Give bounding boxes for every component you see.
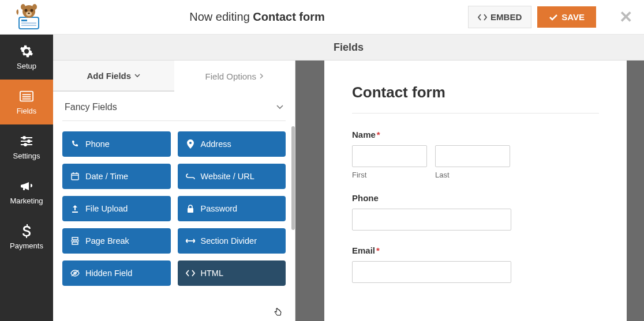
- field-hidden[interactable]: Hidden Field: [62, 260, 171, 286]
- field-address[interactable]: Address: [178, 131, 286, 157]
- sidebar-item-payments[interactable]: Payments: [0, 214, 53, 259]
- page-title: Now editing Contact form: [46, 10, 468, 24]
- app-logo: [12, 1, 46, 33]
- field-fileupload[interactable]: File Upload: [62, 196, 171, 221]
- sidebar-item-label: Settings: [13, 152, 40, 160]
- panel-body: Fancy Fields Phone Address: [53, 92, 295, 321]
- embed-label: EMBED: [491, 12, 522, 22]
- pagebreak-icon: [70, 236, 80, 246]
- svg-point-16: [23, 137, 25, 139]
- name-sublabels: First Last: [352, 171, 599, 179]
- svg-rect-2: [21, 22, 36, 24]
- svg-point-5: [25, 9, 28, 12]
- panel-tabs: Add Fields Field Options: [53, 61, 295, 92]
- tab-field-options[interactable]: Field Options: [174, 61, 295, 92]
- dollar-icon: [20, 224, 33, 238]
- chevron-right-icon: [260, 73, 264, 79]
- sidebar: Setup Fields Settings Marketing Payments: [0, 35, 53, 321]
- sidebar-item-marketing[interactable]: Marketing: [0, 169, 53, 214]
- first-sublabel: First: [352, 171, 427, 179]
- field-label: Hidden Field: [85, 269, 132, 278]
- editing-prefix: Now editing: [189, 10, 253, 23]
- svg-rect-25: [188, 208, 193, 213]
- svg-point-20: [24, 143, 27, 146]
- link-icon: [186, 172, 195, 181]
- phone-icon: [70, 139, 80, 149]
- cursor-icon: [274, 308, 283, 318]
- svg-rect-1: [21, 20, 27, 21]
- list-icon: [20, 89, 33, 103]
- sidebar-item-settings[interactable]: Settings: [0, 124, 53, 169]
- svg-point-8: [28, 12, 30, 14]
- field-datetime[interactable]: Date / Time: [62, 164, 171, 189]
- sidebar-item-label: Setup: [17, 62, 36, 70]
- save-button[interactable]: SAVE: [537, 6, 596, 28]
- sidebar-item-setup[interactable]: Setup: [0, 35, 53, 80]
- svg-point-18: [28, 140, 30, 142]
- form-title: Contact form: [352, 84, 599, 101]
- sidebar-item-label: Fields: [17, 107, 37, 115]
- email-label: Email*: [352, 246, 599, 255]
- scrollbar-thumb[interactable]: [291, 126, 295, 230]
- close-icon[interactable]: ✕: [619, 7, 632, 27]
- gear-icon: [20, 44, 33, 58]
- field-sectiondivider[interactable]: Section Divider: [178, 228, 286, 254]
- field-grid: Phone Address Date / Time Website /: [62, 131, 286, 286]
- required-marker: *: [377, 130, 380, 139]
- svg-point-9: [21, 4, 25, 10]
- last-sublabel: Last: [435, 171, 510, 179]
- field-password[interactable]: Password: [178, 196, 286, 221]
- sidebar-item-label: Payments: [10, 241, 43, 250]
- svg-rect-27: [72, 242, 78, 244]
- group-title: Fancy Fields: [65, 102, 117, 112]
- code-icon: [478, 13, 487, 21]
- section-header: Fields: [53, 35, 644, 61]
- tab-add-fields[interactable]: Add Fields: [53, 61, 174, 92]
- tab-label: Add Fields: [87, 71, 131, 81]
- eye-slash-icon: [70, 269, 80, 278]
- divider: [352, 113, 599, 114]
- calendar-icon: [70, 172, 80, 181]
- divider-icon: [186, 236, 195, 246]
- svg-rect-21: [72, 173, 78, 180]
- code-icon: [186, 269, 195, 278]
- field-html[interactable]: HTML: [178, 260, 286, 286]
- topbar: Now editing Contact form EMBED SAVE ✕: [0, 0, 644, 35]
- group-header[interactable]: Fancy Fields: [62, 92, 286, 120]
- lock-icon: [186, 204, 195, 213]
- field-website[interactable]: Website / URL: [178, 164, 286, 189]
- name-row: [352, 145, 599, 167]
- bullhorn-icon: [20, 179, 33, 193]
- field-label: Address: [201, 139, 231, 149]
- svg-rect-3: [21, 25, 36, 26]
- preview-area: Contact form Name* First Last: [295, 61, 644, 321]
- last-name-input[interactable]: [435, 145, 510, 167]
- save-label: SAVE: [561, 12, 585, 22]
- check-icon: [549, 13, 558, 21]
- sidebar-item-fields[interactable]: Fields: [0, 80, 53, 124]
- content: Fields Add Fields Field Options Fancy: [53, 35, 644, 321]
- workspace: Add Fields Field Options Fancy Fields: [53, 61, 644, 321]
- field-label: Section Divider: [201, 236, 257, 246]
- form-preview[interactable]: Contact form Name* First Last: [324, 61, 627, 321]
- field-label: Date / Time: [85, 172, 128, 181]
- required-marker: *: [376, 246, 380, 255]
- svg-rect-26: [72, 237, 78, 240]
- left-panel: Add Fields Field Options Fancy Fields: [53, 61, 295, 321]
- divider: [62, 120, 286, 121]
- field-label: Password: [201, 204, 238, 213]
- email-input[interactable]: [352, 261, 511, 283]
- phone-label: Phone: [352, 193, 599, 203]
- first-name-input[interactable]: [352, 145, 427, 167]
- embed-button[interactable]: EMBED: [468, 6, 531, 28]
- field-pagebreak[interactable]: Page Break: [62, 228, 171, 254]
- field-phone[interactable]: Phone: [62, 131, 171, 157]
- name-label: Name*: [352, 130, 599, 139]
- field-label: File Upload: [85, 204, 128, 213]
- sliders-icon: [20, 134, 33, 148]
- main: Setup Fields Settings Marketing Payments: [0, 35, 644, 321]
- field-label: HTML: [201, 269, 223, 278]
- chevron-down-icon: [134, 74, 140, 78]
- upload-icon: [70, 204, 80, 213]
- phone-input[interactable]: [352, 209, 511, 231]
